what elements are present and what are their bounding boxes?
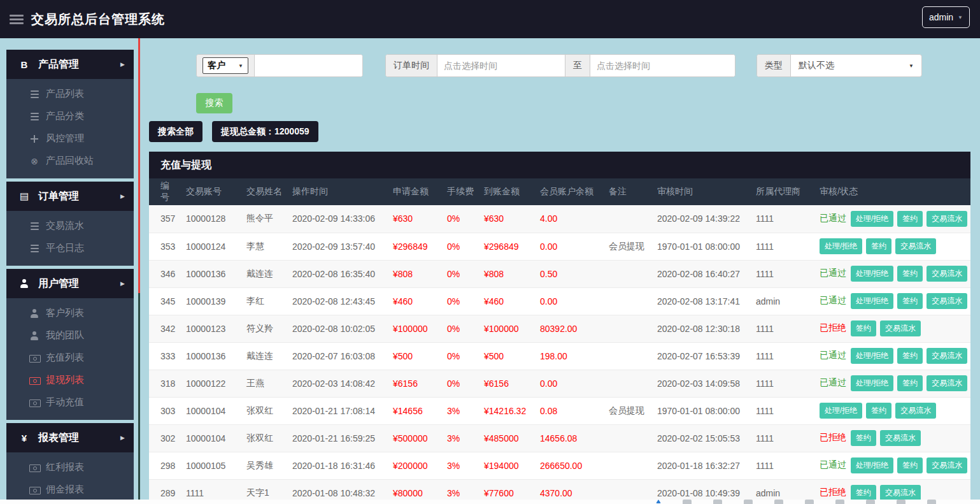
cell-status-actions: 已通过处理/拒绝签约交易流水 xyxy=(814,452,970,479)
cell-remark xyxy=(604,205,652,233)
search-button[interactable]: 搜索 xyxy=(196,93,232,113)
action-button[interactable]: 交易流水 xyxy=(927,266,967,282)
cell-name: 李慧 xyxy=(241,233,287,260)
cell-apply-amount: ¥500000 xyxy=(388,424,442,452)
cell-name: 戴连连 xyxy=(241,260,287,287)
action-button[interactable]: 处理/拒绝 xyxy=(820,238,862,254)
action-button[interactable]: 处理/拒绝 xyxy=(851,211,893,227)
to-label: 至 xyxy=(565,55,590,76)
status-badge: 已拒绝 xyxy=(820,487,846,497)
action-button[interactable]: 签约 xyxy=(897,211,923,227)
action-buttons: 签约交易流水 xyxy=(851,432,925,442)
cell-apply-amount: ¥6156 xyxy=(388,370,442,397)
action-button[interactable]: 交易流水 xyxy=(895,403,936,419)
status-badge: 已通过 xyxy=(820,268,846,278)
col-header: 交易姓名 xyxy=(241,178,287,205)
cell-fee: 3% xyxy=(442,397,479,424)
cell-agent: admin xyxy=(751,287,814,315)
cell-fee: 0% xyxy=(442,287,479,315)
action-button[interactable]: 处理/拒绝 xyxy=(851,266,893,282)
cell-status-actions: 已通过处理/拒绝签约交易流水 xyxy=(814,260,970,287)
cell-name: 李红 xyxy=(241,287,287,315)
col-header: 备注 xyxy=(604,178,652,205)
action-button[interactable]: 处理/拒绝 xyxy=(851,375,893,391)
cell-id: 353 xyxy=(149,233,181,260)
cell-fee: 0% xyxy=(442,342,479,370)
cell-agent: 1111 xyxy=(751,205,814,233)
table-row: 346 10000136 戴连连 2020-02-08 16:35:40 ¥80… xyxy=(149,260,970,287)
type-select-value: 默认不选 xyxy=(799,60,834,71)
tiny-icon xyxy=(774,500,783,504)
table-header-row: 编号 交易账号 交易姓名 操作时间 申请金额 手续费 到账金额 会员账户余额 备… xyxy=(149,178,970,205)
action-button[interactable]: 交易流水 xyxy=(927,211,967,227)
cell-remark xyxy=(604,260,652,287)
hamburger-menu-icon[interactable] xyxy=(10,13,24,26)
cell-audit-time: 2020-02-02 15:05:53 xyxy=(652,424,751,452)
action-buttons: 处理/拒绝签约交易流水 xyxy=(820,240,940,250)
cell-status-actions: 已通过处理/拒绝签约交易流水 xyxy=(814,370,970,397)
user-dropdown[interactable]: admin ▼ xyxy=(922,6,970,28)
action-button[interactable]: 交易流水 xyxy=(927,375,967,391)
action-button[interactable]: 签约 xyxy=(866,403,891,419)
cell-fee: 0% xyxy=(442,233,479,260)
cell-id: 303 xyxy=(149,397,181,424)
time-from-input[interactable] xyxy=(437,55,565,76)
status-badge: 已拒绝 xyxy=(820,432,846,442)
withdraw-total-button[interactable]: 提现总金额：1200059 xyxy=(212,121,318,142)
action-button[interactable]: 交易流水 xyxy=(927,293,967,309)
tiny-icon xyxy=(866,500,875,504)
time-to-input[interactable] xyxy=(590,55,735,76)
cell-name: 戴连连 xyxy=(241,342,287,370)
action-buttons: 签约交易流水 xyxy=(851,322,925,333)
search-all-button[interactable]: 搜索全部 xyxy=(149,121,202,142)
action-button[interactable]: 签约 xyxy=(851,320,876,336)
cell-account: 10000122 xyxy=(181,370,241,397)
col-header: 会员账户余额 xyxy=(535,178,604,205)
status-badge: 已通过 xyxy=(820,213,846,223)
cell-op-time: 2020-02-09 13:57:40 xyxy=(287,233,388,260)
action-button[interactable]: 签约 xyxy=(897,266,923,282)
action-button[interactable]: 交易流水 xyxy=(927,348,967,364)
tiny-icon xyxy=(713,500,722,504)
cell-fee: 3% xyxy=(442,424,479,452)
type-select[interactable]: 默认不选 ▼ xyxy=(791,55,921,76)
field-select[interactable]: 客户 ▼ xyxy=(202,57,248,74)
action-button[interactable]: 交易流水 xyxy=(880,320,921,336)
cell-arrival-amount: ¥100000 xyxy=(479,315,535,342)
cell-account: 10000139 xyxy=(181,287,241,315)
action-button[interactable]: 处理/拒绝 xyxy=(851,457,893,473)
cell-arrival-amount: ¥485000 xyxy=(479,424,535,452)
cell-op-time: 2020-02-09 14:33:06 xyxy=(287,205,388,233)
cell-apply-amount: ¥808 xyxy=(388,260,442,287)
cell-balance: 0.00 xyxy=(535,287,604,315)
action-button[interactable]: 签约 xyxy=(897,375,923,391)
cell-arrival-amount: ¥808 xyxy=(479,260,535,287)
action-button[interactable]: 处理/拒绝 xyxy=(851,348,893,364)
cell-agent: 1111 xyxy=(751,315,814,342)
cell-apply-amount: ¥500 xyxy=(388,342,442,370)
action-button[interactable]: 交易流水 xyxy=(880,430,921,446)
action-button[interactable]: 签约 xyxy=(897,457,923,473)
action-button[interactable]: 交易流水 xyxy=(880,485,921,501)
action-button[interactable]: 签约 xyxy=(851,485,876,501)
cell-name: 王燕 xyxy=(241,370,287,397)
action-button[interactable]: 签约 xyxy=(897,293,923,309)
action-button[interactable]: 交易流水 xyxy=(895,238,936,254)
action-button[interactable]: 签约 xyxy=(851,430,876,446)
action-buttons: 处理/拒绝签约交易流水 xyxy=(851,213,970,223)
cell-account: 10000104 xyxy=(181,424,241,452)
cell-audit-time: 2020-02-08 16:40:27 xyxy=(652,260,751,287)
action-button[interactable]: 交易流水 xyxy=(927,457,967,473)
col-header: 到账金额 xyxy=(479,178,535,205)
keyword-input[interactable] xyxy=(255,55,363,76)
cell-arrival-amount: ¥500 xyxy=(479,342,535,370)
action-button[interactable]: 处理/拒绝 xyxy=(851,293,893,309)
col-header: 所属代理商 xyxy=(751,178,814,205)
cell-account: 10000123 xyxy=(181,315,241,342)
cell-account: 10000136 xyxy=(181,260,241,287)
action-button[interactable]: 签约 xyxy=(897,348,923,364)
action-button[interactable]: 签约 xyxy=(866,238,891,254)
cell-name: 吴秀雄 xyxy=(241,452,287,479)
status-badge: 已通过 xyxy=(820,350,846,360)
action-button[interactable]: 处理/拒绝 xyxy=(820,403,862,419)
